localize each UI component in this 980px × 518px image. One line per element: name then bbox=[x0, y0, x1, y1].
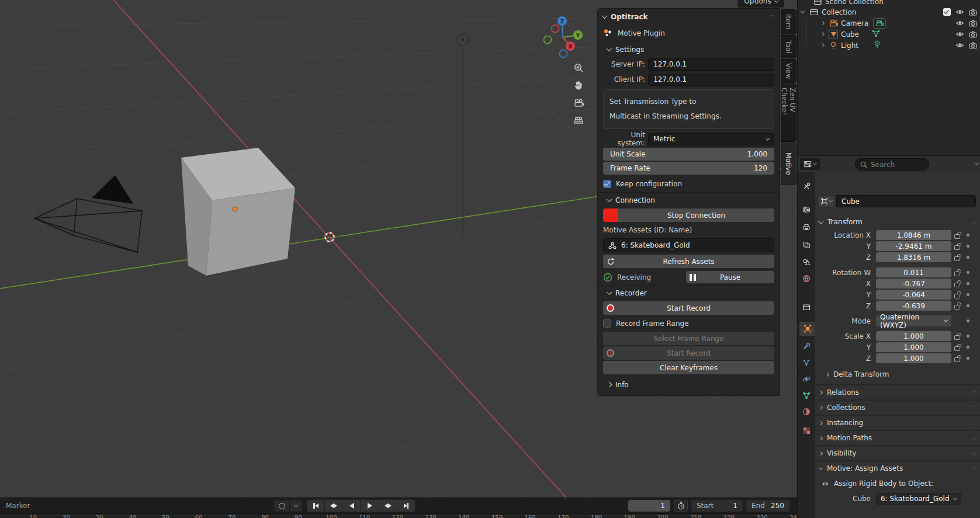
auto-keying-button[interactable] bbox=[273, 500, 302, 512]
tab-world-icon[interactable] bbox=[799, 272, 813, 286]
use-preview-range-button[interactable] bbox=[674, 500, 688, 512]
panel-delta-transform[interactable]: Delta Transform bbox=[815, 368, 980, 381]
play-reverse-button[interactable] bbox=[343, 499, 361, 512]
start-record-button[interactable]: Start Record bbox=[603, 301, 774, 315]
tab-physics-icon[interactable] bbox=[799, 372, 813, 386]
camera-data-icon[interactable] bbox=[873, 18, 886, 29]
animate-dot-icon[interactable] bbox=[967, 357, 969, 360]
animate-dot-icon[interactable] bbox=[967, 234, 969, 237]
unit-system-dropdown[interactable]: Metric bbox=[648, 133, 774, 145]
pause-button[interactable]: Pause bbox=[686, 271, 774, 283]
cube-object[interactable] bbox=[181, 148, 295, 276]
filter-chevron-icon[interactable] bbox=[975, 161, 979, 165]
assign-asset-dropdown[interactable]: 6: Skateboard_Gold bbox=[876, 493, 961, 505]
lock-icon[interactable] bbox=[954, 283, 960, 287]
panel-drag-dots-icon[interactable]: ∷ bbox=[972, 465, 976, 472]
panel-drag-dots-icon[interactable]: ∷ bbox=[972, 450, 976, 457]
lock-icon[interactable] bbox=[954, 346, 960, 351]
tab-collection-icon[interactable] bbox=[799, 300, 813, 314]
jump-to-start-button[interactable] bbox=[307, 499, 325, 512]
light-object[interactable] bbox=[457, 34, 469, 236]
light-data-icon[interactable] bbox=[874, 40, 881, 50]
optitrack-panel-header[interactable]: Optitrack ∷ bbox=[598, 9, 780, 25]
hide-eye-icon[interactable] bbox=[955, 42, 964, 48]
asset-selector[interactable]: 6: Skateboard_Gold bbox=[603, 238, 774, 252]
rotation-x-field[interactable]: -0.767 bbox=[876, 279, 951, 288]
properties-search[interactable] bbox=[855, 158, 929, 171]
unit-scale-slider[interactable]: Unit Scale 1.000 bbox=[603, 148, 774, 161]
next-keyframe-button[interactable] bbox=[379, 499, 397, 512]
keep-config-checkbox[interactable] bbox=[603, 180, 611, 188]
animate-dot-icon[interactable] bbox=[967, 319, 969, 322]
editor-type-button[interactable] bbox=[800, 158, 820, 170]
frame-end-field[interactable]: End 250 bbox=[746, 500, 789, 512]
panel-drag-dots-icon[interactable]: ∷ bbox=[972, 420, 976, 426]
location-y-field[interactable]: -2.9461 m bbox=[876, 241, 951, 251]
tab-scene-icon[interactable] bbox=[799, 255, 813, 269]
tab-item[interactable]: Item bbox=[781, 9, 797, 34]
tab-texture-icon[interactable] bbox=[799, 423, 813, 437]
jump-to-end-button[interactable] bbox=[397, 499, 415, 512]
disable-render-camera-icon[interactable] bbox=[969, 20, 977, 27]
panel-visibility[interactable]: Visibility∷ bbox=[815, 445, 980, 460]
animate-dot-icon[interactable] bbox=[967, 271, 969, 274]
frame-rate-slider[interactable]: Frame Rate 120 bbox=[603, 162, 774, 175]
chevron-right-icon[interactable] bbox=[820, 43, 825, 47]
transform-panel-header[interactable]: Transform ∷ bbox=[815, 215, 980, 229]
panel-motion-paths[interactable]: Motion Paths∷ bbox=[815, 430, 980, 445]
client-ip-field[interactable]: 127.0.0.1 bbox=[648, 74, 774, 86]
id-type-selector[interactable] bbox=[818, 195, 835, 207]
panel-motive-assign-assets[interactable]: Motive: Assign Assets ∷ bbox=[815, 460, 980, 475]
hide-eye-icon[interactable] bbox=[955, 31, 964, 37]
navigation-gizmo[interactable]: Z Y X bbox=[538, 11, 591, 66]
outliner-row-light[interactable]: Light bbox=[798, 40, 980, 51]
refresh-assets-button[interactable]: Refresh Assets bbox=[603, 255, 774, 268]
current-frame-field[interactable]: 1 bbox=[628, 500, 670, 512]
camera-view-icon[interactable] bbox=[573, 97, 584, 109]
record-frame-range-checkbox[interactable] bbox=[603, 319, 611, 328]
lock-icon[interactable] bbox=[954, 272, 960, 276]
lock-icon[interactable] bbox=[954, 256, 960, 261]
chevron-right-icon[interactable] bbox=[820, 21, 825, 25]
outliner-row-camera[interactable]: Camera bbox=[798, 18, 980, 29]
zoom-icon[interactable] bbox=[573, 62, 584, 74]
disable-render-camera-icon[interactable] bbox=[969, 9, 977, 16]
gizmo-neg-z[interactable] bbox=[560, 50, 567, 58]
info-section-header[interactable]: Info bbox=[598, 377, 780, 392]
tab-output-icon[interactable] bbox=[799, 220, 813, 234]
frame-start-field[interactable]: Start 1 bbox=[691, 500, 743, 512]
connection-status-swatch[interactable] bbox=[603, 208, 618, 222]
play-button[interactable] bbox=[361, 499, 379, 512]
panel-collections[interactable]: Collections∷ bbox=[815, 399, 980, 415]
tab-motive[interactable]: Motive bbox=[781, 142, 797, 185]
keying-set-dropdown[interactable] bbox=[290, 500, 302, 512]
lock-icon[interactable] bbox=[954, 335, 960, 340]
animate-dot-icon[interactable] bbox=[967, 256, 969, 259]
gizmo-neg-x[interactable] bbox=[552, 25, 559, 33]
outliner-row-collection[interactable]: Collection bbox=[798, 6, 980, 18]
animate-dot-icon[interactable] bbox=[967, 245, 969, 248]
scale-z-field[interactable]: 1.000 bbox=[876, 353, 951, 363]
scale-x-field[interactable]: 1.000 bbox=[876, 331, 951, 341]
tab-modifiers-icon[interactable] bbox=[799, 339, 813, 353]
panel-instancing[interactable]: Instancing∷ bbox=[815, 415, 980, 430]
chevron-down-icon[interactable] bbox=[801, 9, 805, 13]
tab-view-layer-icon[interactable] bbox=[799, 238, 813, 252]
search-input[interactable] bbox=[871, 161, 917, 169]
settings-section-header[interactable]: Settings bbox=[598, 41, 780, 57]
previous-keyframe-button[interactable] bbox=[325, 499, 343, 512]
lock-icon[interactable] bbox=[954, 245, 960, 250]
pan-hand-icon[interactable] bbox=[573, 79, 584, 91]
options-button[interactable]: Options bbox=[737, 0, 784, 8]
rotation-y-field[interactable]: -0.064 bbox=[876, 290, 951, 300]
clear-keyframes-button[interactable]: Clear Keyframes bbox=[603, 361, 774, 374]
timeline-ruler[interactable]: 1020304050607080901001101201301401501601… bbox=[0, 513, 797, 518]
tab-particles-icon[interactable] bbox=[799, 356, 813, 370]
panel-drag-dots-icon[interactable]: ∷ bbox=[972, 390, 976, 396]
collection-checkbox[interactable] bbox=[943, 8, 951, 16]
connection-section-header[interactable]: Connection bbox=[598, 192, 780, 207]
tab-tool-icon[interactable] bbox=[799, 179, 813, 193]
server-ip-field[interactable]: 127.0.0.1 bbox=[648, 58, 774, 71]
lock-icon[interactable] bbox=[954, 234, 960, 239]
mesh-data-icon[interactable] bbox=[872, 30, 880, 39]
